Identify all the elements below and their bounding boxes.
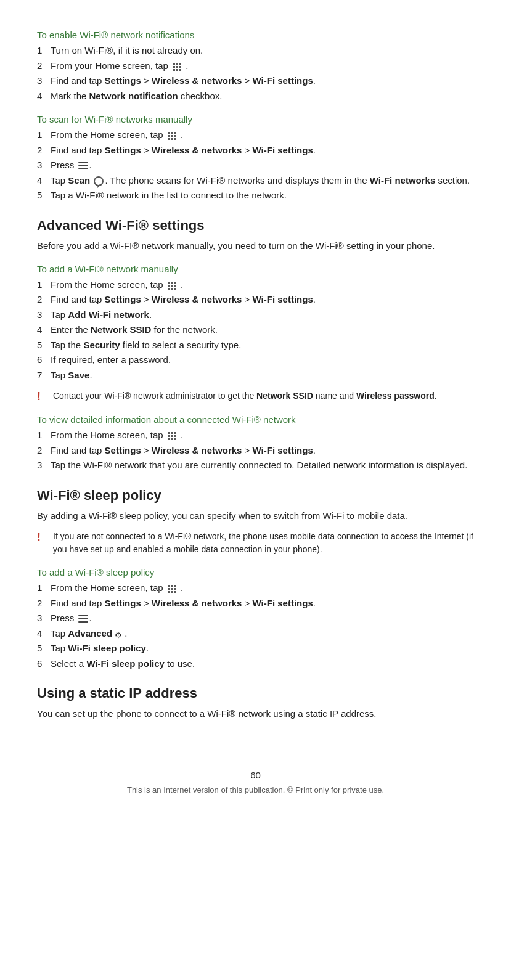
notice-icon: ! bbox=[37, 390, 48, 403]
step-3: 3 Press . bbox=[37, 158, 474, 173]
step-4: 4 Tap Scan . The phone scans for Wi-Fi® … bbox=[37, 174, 474, 188]
step-text: From the Home screen, tap . bbox=[51, 428, 474, 443]
notice-text: If you are not connected to a Wi-Fi® net… bbox=[53, 530, 474, 556]
step-text: From your Home screen, tap . bbox=[51, 59, 474, 73]
step-1: 1 From the Home screen, tap . bbox=[37, 581, 474, 595]
steps-add-manually: 1 From the Home screen, tap . 2 Find and… bbox=[37, 278, 474, 383]
step-num: 5 bbox=[37, 642, 51, 656]
main-heading-advanced-wifi: Advanced Wi-Fi® settings bbox=[37, 218, 474, 234]
step-num: 3 bbox=[37, 158, 51, 173]
step-num: 2 bbox=[37, 597, 51, 611]
step-num: 1 bbox=[37, 44, 51, 58]
step-num: 2 bbox=[37, 444, 51, 458]
apps-icon bbox=[167, 431, 177, 441]
notice-icon: ! bbox=[37, 531, 48, 544]
step-text: From the Home screen, tap . bbox=[51, 581, 474, 595]
step-6: 6 If required, enter a password. bbox=[37, 353, 474, 367]
heading-scan-manually: To scan for Wi-Fi® networks manually bbox=[37, 114, 474, 125]
step-4: 4 Tap Advanced ⚙. bbox=[37, 627, 474, 641]
step-text: Enter the Network SSID for the network. bbox=[51, 323, 474, 337]
step-3: 3 Find and tap Settings > Wireless & net… bbox=[37, 74, 474, 88]
step-2: 2 Find and tap Settings > Wireless & net… bbox=[37, 444, 474, 458]
apps-icon bbox=[172, 62, 182, 71]
step-text: Find and tap Settings > Wireless & netwo… bbox=[51, 444, 474, 458]
step-num: 3 bbox=[37, 459, 51, 473]
footer-legal: This is an Internet version of this publ… bbox=[37, 785, 474, 794]
step-text: Tap a Wi-Fi® network in the list to conn… bbox=[51, 189, 474, 203]
steps-enable-notifications: 1 Turn on Wi-Fi®, if it is not already o… bbox=[37, 44, 474, 103]
step-2: 2 From your Home screen, tap . bbox=[37, 59, 474, 73]
step-4: 4 Mark the Network notification checkbox… bbox=[37, 89, 474, 104]
step-num: 3 bbox=[37, 611, 51, 626]
step-text: Tap Save. bbox=[51, 369, 474, 383]
step-text: If required, enter a password. bbox=[51, 353, 474, 367]
menu-icon bbox=[78, 162, 88, 169]
main-heading-sleep-policy: Wi-Fi® sleep policy bbox=[37, 488, 474, 504]
section-add-manually: To add a Wi-Fi® network manually 1 From … bbox=[37, 264, 474, 404]
body-advanced-wifi: Before you add a Wi-FI® network manually… bbox=[37, 239, 474, 253]
step-2: 2 Find and tap Settings > Wireless & net… bbox=[37, 597, 474, 611]
section-add-sleep-policy: To add a Wi-Fi® sleep policy 1 From the … bbox=[37, 567, 474, 671]
heading-enable-notifications: To enable Wi-Fi® network notifications bbox=[37, 30, 474, 40]
step-num: 4 bbox=[37, 89, 51, 104]
steps-view-detailed: 1 From the Home screen, tap . 2 Find and… bbox=[37, 428, 474, 473]
step-num: 7 bbox=[37, 369, 51, 383]
step-4: 4 Enter the Network SSID for the network… bbox=[37, 323, 474, 337]
step-2: 2 Find and tap Settings > Wireless & net… bbox=[37, 293, 474, 307]
steps-add-sleep-policy: 1 From the Home screen, tap . 2 Find and… bbox=[37, 581, 474, 671]
step-text: Tap the Wi-Fi® network that you are curr… bbox=[51, 459, 474, 473]
notice-text: Contact your Wi-Fi® network administrato… bbox=[53, 390, 437, 402]
step-text: Find and tap Settings > Wireless & netwo… bbox=[51, 597, 474, 611]
heading-view-detailed: To view detailed information about a con… bbox=[37, 414, 474, 425]
menu-icon bbox=[78, 615, 88, 623]
step-1: 1 From the Home screen, tap . bbox=[37, 128, 474, 142]
step-text: Turn on Wi-Fi®, if it is not already on. bbox=[51, 44, 474, 58]
heading-add-manually: To add a Wi-Fi® network manually bbox=[37, 264, 474, 274]
section-advanced-wifi: Advanced Wi-Fi® settings Before you add … bbox=[37, 218, 474, 253]
step-1: 1 Turn on Wi-Fi®, if it is not already o… bbox=[37, 44, 474, 58]
steps-scan-manually: 1 From the Home screen, tap . 2 Find and… bbox=[37, 128, 474, 203]
page-footer: 60 This is an Internet version of this p… bbox=[37, 757, 474, 794]
step-text: Find and tap Settings > Wireless & netwo… bbox=[51, 144, 474, 158]
notice-add-manually: ! Contact your Wi-Fi® network administra… bbox=[37, 390, 474, 403]
step-num: 2 bbox=[37, 293, 51, 307]
step-text: Find and tap Settings > Wireless & netwo… bbox=[51, 74, 474, 88]
step-text: Mark the Network notification checkbox. bbox=[51, 89, 474, 104]
step-num: 3 bbox=[37, 308, 51, 322]
apps-icon bbox=[167, 584, 177, 594]
step-6: 6 Select a Wi-Fi sleep policy to use. bbox=[37, 657, 474, 671]
step-num: 2 bbox=[37, 59, 51, 73]
main-heading-static-ip: Using a static IP address bbox=[37, 685, 474, 701]
page-number: 60 bbox=[37, 770, 474, 780]
step-5: 5 Tap a Wi-Fi® network in the list to co… bbox=[37, 189, 474, 203]
step-text: Tap the Security field to select a secur… bbox=[51, 338, 474, 353]
section-view-detailed: To view detailed information about a con… bbox=[37, 414, 474, 473]
step-5: 5 Tap Wi-Fi sleep policy. bbox=[37, 642, 474, 656]
step-7: 7 Tap Save. bbox=[37, 369, 474, 383]
step-3: 3 Tap Add Wi-Fi network. bbox=[37, 308, 474, 322]
step-num: 6 bbox=[37, 657, 51, 671]
body-static-ip: You can set up the phone to connect to a… bbox=[37, 706, 474, 721]
step-text: Press . bbox=[51, 158, 474, 173]
advanced-icon: ⚙ bbox=[115, 629, 125, 639]
apps-icon bbox=[167, 131, 177, 141]
apps-icon bbox=[167, 280, 177, 290]
step-num: 4 bbox=[37, 174, 51, 188]
step-text: Select a Wi-Fi sleep policy to use. bbox=[51, 657, 474, 671]
step-num: 1 bbox=[37, 278, 51, 292]
section-scan-manually: To scan for Wi-Fi® networks manually 1 F… bbox=[37, 114, 474, 203]
step-text: From the Home screen, tap . bbox=[51, 278, 474, 292]
step-text: Press . bbox=[51, 611, 474, 626]
heading-add-sleep-policy: To add a Wi-Fi® sleep policy bbox=[37, 567, 474, 578]
step-num: 1 bbox=[37, 581, 51, 595]
step-num: 1 bbox=[37, 428, 51, 443]
scan-icon bbox=[94, 176, 104, 186]
step-text: Tap Wi-Fi sleep policy. bbox=[51, 642, 474, 656]
step-1: 1 From the Home screen, tap . bbox=[37, 278, 474, 292]
step-num: 4 bbox=[37, 323, 51, 337]
step-num: 4 bbox=[37, 627, 51, 641]
notice-sleep-policy: ! If you are not connected to a Wi-Fi® n… bbox=[37, 530, 474, 556]
step-5: 5 Tap the Security field to select a sec… bbox=[37, 338, 474, 353]
step-2: 2 Find and tap Settings > Wireless & net… bbox=[37, 144, 474, 158]
step-1: 1 From the Home screen, tap . bbox=[37, 428, 474, 443]
